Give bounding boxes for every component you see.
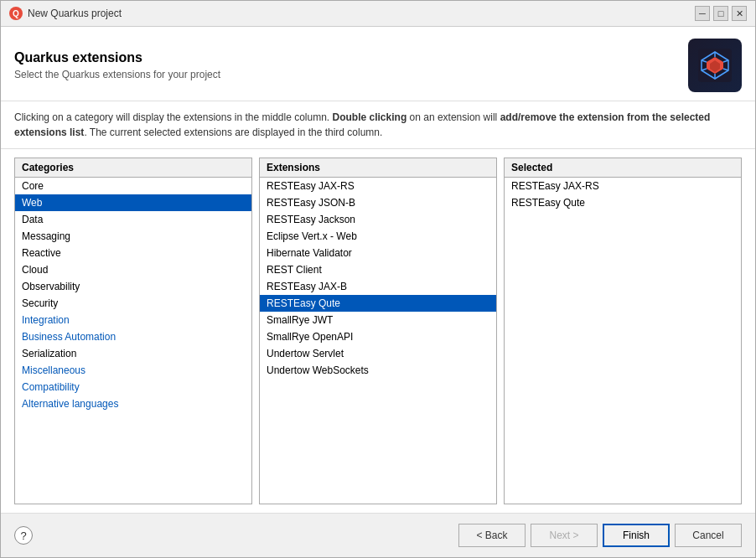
list-item[interactable]: Reactive xyxy=(15,245,251,261)
list-item[interactable]: Security xyxy=(15,295,251,312)
list-item[interactable]: RESTEasy JAX-RS xyxy=(260,178,496,194)
extensions-list: RESTEasy JAX-RS RESTEasy JSON-B RESTEasy… xyxy=(260,178,496,504)
app-icon-text: Q xyxy=(13,9,19,18)
close-button[interactable]: ✕ xyxy=(732,6,747,21)
selected-list: RESTEasy JAX-RS RESTEasy Qute xyxy=(505,178,741,504)
list-item[interactable]: Compatibility xyxy=(15,379,251,395)
list-item[interactable]: Miscellaneous xyxy=(15,362,251,379)
categories-header: Categories xyxy=(15,158,251,178)
dialog-title: New Quarkus project xyxy=(28,8,690,19)
list-item[interactable]: Business Automation xyxy=(15,328,251,345)
back-button[interactable]: < Back xyxy=(458,524,526,547)
page-subtitle: Select the Quarkus extensions for your p… xyxy=(14,69,220,80)
list-item[interactable]: SmallRye OpenAPI xyxy=(260,328,496,345)
title-bar-controls: ─ □ ✕ xyxy=(695,6,747,21)
next-button[interactable]: Next > xyxy=(531,524,598,547)
extensions-header: Extensions xyxy=(260,158,496,178)
title-bar: Q New Quarkus project ─ □ ✕ xyxy=(1,1,755,27)
extensions-column: Extensions RESTEasy JAX-RS RESTEasy JSON… xyxy=(259,158,497,504)
quarkus-logo xyxy=(688,39,742,92)
selected-header: Selected xyxy=(505,158,741,178)
list-item[interactable]: Web xyxy=(15,194,251,211)
columns-area: Categories Core Web Data Messaging React… xyxy=(1,149,755,513)
list-item[interactable]: SmallRye JWT xyxy=(260,312,496,328)
list-item[interactable]: Eclipse Vert.x - Web xyxy=(260,228,496,245)
categories-column: Categories Core Web Data Messaging React… xyxy=(14,158,252,504)
list-item[interactable]: Alternative languages xyxy=(15,395,251,412)
list-item[interactable]: Hibernate Validator xyxy=(260,245,496,261)
cancel-button[interactable]: Cancel xyxy=(675,524,742,547)
maximize-button[interactable]: □ xyxy=(713,6,728,21)
list-item[interactable]: REST Client xyxy=(260,261,496,278)
help-button[interactable]: ? xyxy=(14,526,33,545)
header-text: Quarkus extensions Select the Quarkus ex… xyxy=(14,50,220,80)
list-item[interactable]: RESTEasy Jackson xyxy=(260,211,496,228)
list-item[interactable]: RESTEasy JAX-B xyxy=(260,278,496,295)
list-item[interactable]: Cloud xyxy=(15,261,251,278)
header-area: Quarkus extensions Select the Quarkus ex… xyxy=(1,27,755,101)
list-item[interactable]: RESTEasy Qute xyxy=(260,295,496,312)
list-item[interactable]: Core xyxy=(15,178,251,194)
page-title: Quarkus extensions xyxy=(14,50,220,65)
list-item[interactable]: RESTEasy JSON-B xyxy=(260,194,496,211)
minimize-button[interactable]: ─ xyxy=(695,6,710,21)
list-item[interactable]: Data xyxy=(15,211,251,228)
list-item[interactable]: Observability xyxy=(15,278,251,295)
list-item[interactable]: Undertow Servlet xyxy=(260,345,496,362)
list-item[interactable]: RESTEasy JAX-RS xyxy=(505,178,741,194)
finish-button[interactable]: Finish xyxy=(603,524,670,547)
list-item[interactable]: Undertow WebSockets xyxy=(260,362,496,379)
footer-area: ? < Back Next > Finish Cancel xyxy=(1,513,755,557)
footer-buttons: < Back Next > Finish Cancel xyxy=(458,524,742,547)
list-item[interactable]: Messaging xyxy=(15,228,251,245)
app-icon: Q xyxy=(9,7,23,20)
categories-list: Core Web Data Messaging Reactive Cloud O… xyxy=(15,178,251,504)
footer-left: ? xyxy=(14,526,33,545)
description-area: Clicking on a category will display the … xyxy=(1,101,755,149)
quarkus-logo-svg xyxy=(696,47,733,84)
list-item[interactable]: RESTEasy Qute xyxy=(505,194,741,211)
selected-column: Selected RESTEasy JAX-RS RESTEasy Qute xyxy=(504,158,742,504)
list-item[interactable]: Serialization xyxy=(15,345,251,362)
list-item[interactable]: Integration xyxy=(15,312,251,328)
dialog-window: Q New Quarkus project ─ □ ✕ Quarkus exte… xyxy=(0,0,756,558)
